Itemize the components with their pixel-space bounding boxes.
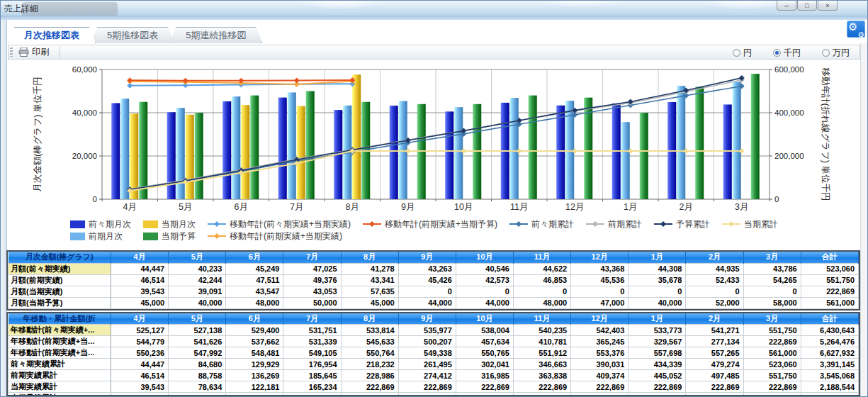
toolbar-grip[interactable]	[10, 47, 13, 57]
table-header-row: 月次金額(棒グラフ)4月5月6月7月8月9月10月11月12月1月2月3月合計	[9, 252, 859, 263]
data-cell: 222,869	[456, 381, 513, 393]
row-label[interactable]: 年移動計(前期実績+当...	[9, 347, 111, 359]
row-label[interactable]: 年移動計(前期実績+当...	[9, 336, 111, 347]
data-cell: 45,000	[111, 393, 169, 397]
svg-text:200,000: 200,000	[774, 152, 804, 160]
data-cell: 222,869	[686, 381, 743, 393]
data-cell: 365,245	[571, 336, 629, 347]
data-cell: 88,758	[169, 370, 226, 381]
bar	[751, 74, 760, 199]
data-cell: 40,546	[456, 263, 513, 274]
data-cell: 540,235	[513, 325, 570, 336]
svg-text:12月: 12月	[565, 202, 584, 212]
data-cell: 445,052	[629, 370, 686, 381]
tab-2[interactable]: 5期推移図表	[91, 27, 174, 43]
data-cell: 451,000	[629, 393, 686, 397]
legend-item: 前々期月次	[70, 218, 131, 230]
maximize-button[interactable]: □	[797, 1, 817, 11]
data-cell: 0	[456, 286, 513, 297]
data-cell: 261,495	[398, 359, 456, 370]
row-label[interactable]: 当期予算累計	[9, 393, 111, 397]
window-title: 売上詳細	[4, 3, 38, 15]
tab-3[interactable]: 5期連続推移図	[169, 27, 262, 43]
data-cell: 52,000	[686, 297, 743, 308]
data-cell: 523,060	[801, 263, 858, 274]
data-cell: 49,376	[283, 274, 341, 286]
unit-radio-3[interactable]: 万円	[822, 47, 850, 59]
print-button[interactable]: 印刷	[16, 46, 52, 58]
bar	[222, 101, 231, 199]
row-label[interactable]: 前期実績累計	[9, 370, 111, 381]
data-cell: 222,869	[629, 381, 686, 393]
close-button[interactable]: ×	[818, 1, 838, 11]
trend-chart: 020,00040,00060,0000200,000400,000600,00…	[8, 60, 858, 216]
bar	[399, 101, 407, 199]
bar	[454, 107, 463, 199]
minimize-button[interactable]: ─	[777, 1, 796, 11]
row-label[interactable]: 月額(前々期実績)	[9, 263, 111, 274]
column-header: 11月	[513, 313, 570, 325]
tab-1[interactable]: 月次推移図表	[8, 27, 96, 43]
window-frame-band	[1, 16, 867, 20]
unit-radio-group: 円千円万円	[733, 47, 850, 59]
column-header: 10月	[456, 252, 513, 263]
row-label[interactable]: 月額(当期予算)	[9, 297, 111, 308]
unit-radio-2[interactable]: 千円	[773, 47, 801, 59]
data-cell: 523,060	[743, 359, 801, 370]
data-cell: 544,779	[111, 336, 169, 347]
table-row: 年移動計(前々期実績+...525,127527,138529,400531,7…	[9, 325, 859, 336]
data-cell: 40,000	[629, 297, 686, 308]
data-cell: 44,447	[111, 359, 169, 370]
unit-radio-label: 円	[743, 47, 752, 59]
unit-radio-1[interactable]: 円	[733, 47, 752, 59]
data-cell: 222,869	[743, 336, 801, 347]
bar	[288, 92, 296, 199]
data-cell: 222,869	[513, 381, 570, 393]
data-cell: 39,091	[169, 286, 226, 297]
data-cell: 222,869	[743, 381, 801, 393]
row-label[interactable]: 年移動計(前々期実績+...	[9, 325, 111, 336]
data-cell: 0	[398, 286, 456, 297]
data-cell: 40,000	[169, 297, 226, 308]
svg-text:4月: 4月	[123, 202, 137, 212]
column-header: 3月	[743, 313, 801, 325]
column-header: 6月	[226, 252, 283, 263]
data-cell: 40,233	[169, 263, 226, 274]
data-cell: 44,308	[629, 263, 686, 274]
row-label[interactable]: 月額(当期実績)	[9, 286, 111, 297]
data-cell: 42,244	[169, 274, 226, 286]
data-cell: 525,127	[111, 325, 169, 336]
radio-icon	[822, 49, 830, 57]
data-cell: 0	[571, 286, 629, 297]
settings-gears-icon[interactable]: ⚙ ⚙	[847, 21, 865, 38]
data-cell: 557,698	[629, 347, 686, 359]
row-label[interactable]: 当期実績累計	[9, 381, 111, 393]
row-label[interactable]: 月額(前期実績)	[9, 274, 111, 286]
data-cell: 541,271	[686, 325, 743, 336]
data-cell: 316,985	[456, 370, 513, 381]
gear-icon: ⚙	[848, 21, 857, 33]
vertical-scrollbar[interactable]	[860, 43, 867, 397]
column-header: 合計	[801, 313, 858, 325]
bar	[167, 112, 176, 199]
table-title: 月次金額(棒グラフ)	[9, 252, 111, 263]
data-cell: 531,339	[283, 336, 341, 347]
legend-line-icon	[722, 220, 740, 228]
chart-legend: 前々期月次前期月次当期月次当期予算移動年計(前々期実績+当期実績)移動年計(前期…	[70, 218, 842, 242]
data-cell: 363,838	[513, 370, 570, 381]
svg-text:7月: 7月	[290, 202, 303, 212]
svg-text:400,000: 400,000	[774, 108, 804, 117]
data-cell: 272,000	[398, 393, 456, 397]
data-cell: 46,853	[513, 274, 570, 286]
column-header: 合計	[801, 252, 858, 263]
column-header: 7月	[283, 313, 341, 325]
monthly-amount-table: 月次金額(棒グラフ)4月5月6月7月8月9月10月11月12月1月2月3月合計月…	[6, 250, 860, 311]
data-cell: 45,000	[341, 297, 398, 308]
legend-label: 当期予算	[162, 230, 196, 242]
data-cell: 551,750	[801, 274, 858, 286]
row-label[interactable]: 前々期実績累計	[9, 359, 111, 370]
bar	[195, 113, 203, 199]
legend-label: 移動年計(前々期実績+当期実績)	[230, 218, 351, 230]
bar	[278, 98, 287, 199]
legend-column: 当期月次当期予算	[143, 218, 196, 242]
